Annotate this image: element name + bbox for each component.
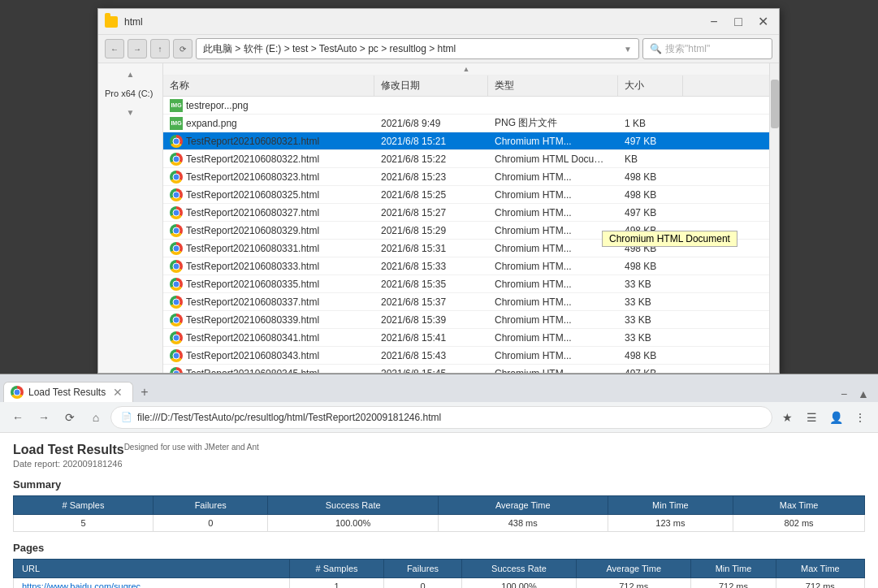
summary-col-samples: # Samples bbox=[14, 496, 154, 515]
file-size: 33 KB bbox=[618, 277, 683, 292]
minimize-button[interactable]: − bbox=[704, 12, 724, 32]
file-name: TestReport202106080339.html bbox=[163, 312, 374, 328]
file-name: TestReport202106080321.html bbox=[163, 133, 374, 149]
summary-col-min: Min Time bbox=[608, 496, 733, 515]
browser-back-button[interactable]: ← bbox=[6, 406, 29, 429]
sidebar-scroll-down[interactable]: ▼ bbox=[102, 108, 159, 117]
refresh-button[interactable]: ⟳ bbox=[173, 39, 192, 58]
browser-bookmark-button[interactable]: ★ bbox=[776, 406, 798, 429]
file-row[interactable]: TestReport202106080335.html 2021/6/8 15:… bbox=[163, 275, 769, 293]
sidebar-item-drive[interactable]: Pro x64 (C:) bbox=[102, 85, 159, 102]
file-row[interactable]: TestReport202106080343.html 2021/6/8 15:… bbox=[163, 347, 769, 365]
file-date: 2021/6/8 15:43 bbox=[374, 348, 488, 363]
tab-nav-back[interactable]: − bbox=[836, 386, 852, 402]
column-header-size[interactable]: 大小 bbox=[618, 76, 683, 96]
summary-samples: 5 bbox=[14, 515, 154, 532]
file-name: TestReport202106080345.html bbox=[163, 365, 374, 374]
maximize-button[interactable]: □ bbox=[729, 12, 748, 32]
file-row[interactable]: TestReport202106080339.html 2021/6/8 15:… bbox=[163, 311, 769, 329]
file-size: 33 KB bbox=[618, 331, 683, 345]
scrollbar-thumb[interactable] bbox=[771, 80, 779, 128]
back-button[interactable]: ← bbox=[105, 39, 124, 58]
search-bar[interactable]: 🔍 搜索"html" bbox=[642, 38, 772, 59]
tab-label: Load Test Results bbox=[28, 387, 106, 398]
file-name: TestReport202106080337.html bbox=[163, 294, 374, 310]
pages-col-url: URL bbox=[14, 560, 290, 578]
chrome-icon bbox=[170, 224, 183, 237]
up-button[interactable]: ↑ bbox=[150, 39, 170, 58]
file-date bbox=[374, 104, 488, 107]
browser-content: Load Test Results Date report: 202009181… bbox=[0, 433, 878, 588]
file-row[interactable]: TestReport202106080325.html 2021/6/8 15:… bbox=[163, 186, 769, 204]
chrome-icon bbox=[170, 188, 183, 201]
summary-avg: 438 ms bbox=[438, 515, 608, 532]
address-bar[interactable]: 此电脑 > 软件 (E:) > test > TestAuto > pc > r… bbox=[196, 38, 639, 59]
browser-account-button[interactable]: 👤 bbox=[824, 406, 847, 429]
report-header-left: Load Test Results Date report: 202009181… bbox=[13, 443, 124, 478]
chrome-icon bbox=[170, 171, 183, 184]
file-row[interactable]: TestReport202106080321.html 2021/6/8 15:… bbox=[163, 132, 769, 150]
summary-section-title: Summary bbox=[13, 478, 865, 491]
browser-menu-button[interactable]: ⋮ bbox=[849, 406, 872, 429]
list-scroll-up[interactable]: ▲ bbox=[163, 63, 769, 76]
page-avg: 712 ms bbox=[577, 578, 691, 589]
file-date: 2021/6/8 15:39 bbox=[374, 313, 488, 327]
file-row[interactable]: IMG expand.png 2021/6/8 9:49 PNG 图片文件 1 … bbox=[163, 115, 769, 132]
summary-data-row: 5 0 100.00% 438 ms 123 ms 802 ms bbox=[14, 515, 865, 532]
file-size: 498 KB bbox=[618, 348, 683, 363]
file-row[interactable]: TestReport202106080327.html 2021/6/8 15:… bbox=[163, 204, 769, 222]
search-icon: 🔍 bbox=[650, 43, 662, 54]
file-date: 2021/6/8 15:45 bbox=[374, 366, 488, 374]
browser-refresh-button[interactable]: ⟳ bbox=[58, 406, 81, 429]
address-dropdown[interactable]: ▼ bbox=[624, 45, 632, 54]
pages-body: https://www.baidu.com/sugrec 1 0 100.00%… bbox=[14, 578, 865, 589]
url-text: file:///D:/Test/TestAuto/pc/resultlog/ht… bbox=[137, 412, 441, 423]
file-date: 2021/6/8 15:37 bbox=[374, 295, 488, 309]
file-row[interactable]: IMG testrepor...png bbox=[163, 97, 769, 115]
summary-col-avg: Average Time bbox=[438, 496, 608, 515]
pages-col-failures: Failures bbox=[384, 560, 462, 578]
tab-nav-buttons: − ▲ bbox=[836, 386, 875, 402]
new-tab-button[interactable]: + bbox=[135, 383, 154, 402]
close-button[interactable]: ✕ bbox=[753, 12, 772, 32]
file-row[interactable]: TestReport202106080341.html 2021/6/8 15:… bbox=[163, 329, 769, 347]
file-row[interactable]: TestReport202106080345.html 2021/6/8 15:… bbox=[163, 365, 769, 373]
sidebar-scroll-up[interactable]: ▲ bbox=[102, 70, 159, 79]
file-row[interactable]: TestReport202106080333.html 2021/6/8 15:… bbox=[163, 257, 769, 275]
column-header-name[interactable]: 名称 bbox=[163, 76, 374, 96]
file-name: TestReport202106080341.html bbox=[163, 330, 374, 346]
tab-close-button[interactable]: ✕ bbox=[113, 386, 123, 399]
file-row[interactable]: TestReport202106080322.html 2021/6/8 15:… bbox=[163, 150, 769, 168]
vertical-scrollbar[interactable] bbox=[769, 63, 779, 373]
file-date: 2021/6/8 15:29 bbox=[374, 223, 488, 238]
browser-home-button[interactable]: ⌂ bbox=[84, 406, 107, 429]
browser-url-bar[interactable]: 📄 file:///D:/Test/TestAuto/pc/resultlog/… bbox=[110, 406, 772, 429]
file-name: TestReport202106080327.html bbox=[163, 205, 374, 221]
explorer-title: html bbox=[124, 16, 704, 28]
file-size: 498 KB bbox=[618, 188, 683, 202]
file-date: 2021/6/8 15:33 bbox=[374, 259, 488, 274]
summary-max: 802 ms bbox=[733, 515, 865, 532]
file-type: Chromium HTM... bbox=[488, 134, 618, 149]
browser-forward-button[interactable]: → bbox=[32, 406, 55, 429]
forward-button[interactable]: → bbox=[128, 39, 147, 58]
chrome-icon bbox=[170, 331, 183, 344]
chrome-icon bbox=[170, 296, 183, 309]
browser-bookmarks-button[interactable]: ☰ bbox=[800, 406, 823, 429]
tab-nav-forward[interactable]: ▲ bbox=[855, 386, 872, 402]
page-url[interactable]: https://www.baidu.com/sugrec bbox=[14, 578, 290, 589]
report-title: Load Test Results bbox=[13, 443, 124, 457]
browser-tab-active[interactable]: Load Test Results ✕ bbox=[3, 382, 133, 402]
file-type: Chromium HTM... bbox=[488, 277, 618, 292]
column-header-type[interactable]: 类型 bbox=[488, 76, 618, 96]
file-row[interactable]: TestReport202106080323.html 2021/6/8 15:… bbox=[163, 168, 769, 186]
file-name: TestReport202106080322.html bbox=[163, 151, 374, 167]
file-row[interactable]: TestReport202106080337.html 2021/6/8 15:… bbox=[163, 293, 769, 311]
chrome-icon bbox=[170, 206, 183, 219]
column-header-date[interactable]: 修改日期 bbox=[374, 76, 488, 96]
tooltip-chromium-html-document: Chromium HTML Document bbox=[602, 231, 737, 247]
folder-icon bbox=[105, 16, 118, 28]
file-name: TestReport202106080333.html bbox=[163, 258, 374, 275]
file-type: Chromium HTM... bbox=[488, 259, 618, 274]
file-type: Chromium HTM... bbox=[488, 295, 618, 309]
